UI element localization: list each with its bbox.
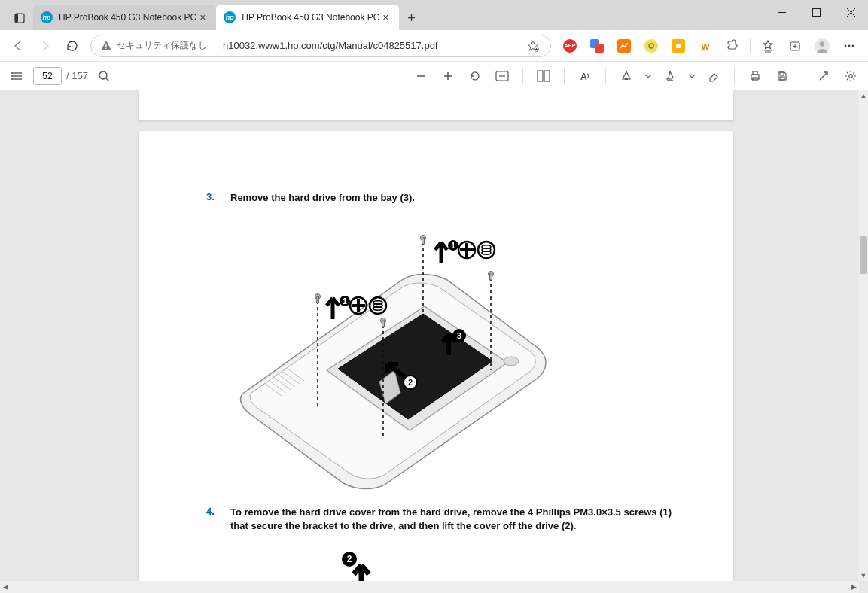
save-button[interactable] [771,65,793,87]
toolbar-separator [564,68,565,84]
highlight-button[interactable] [659,65,681,87]
scroll-left-button[interactable]: ◀ [0,581,11,593]
pdf-viewport[interactable]: 3. Remove the hard drive from the bay (3… [0,90,859,581]
chart-extension[interactable] [613,35,635,57]
svg-point-19 [820,41,825,47]
svg-text:A: A [580,71,587,82]
tab-strip: hp HP ProBook 450 G3 Notebook PC × hp HP… [0,0,764,30]
svg-point-21 [848,44,851,47]
favorites-button[interactable] [757,35,779,57]
zoom-in-button[interactable] [437,65,459,87]
draw-button[interactable] [615,65,638,87]
svg-point-28 [11,78,13,80]
vertical-scroll-thumb[interactable] [860,236,867,274]
svg-rect-3 [812,8,820,16]
highlight-icon [664,70,676,82]
translate-extension[interactable] [586,35,608,57]
step-3: 3. Remove the hard drive from the bay (3… [206,191,681,205]
svg-text:2: 2 [408,378,413,387]
minimize-icon [778,8,786,17]
svg-rect-7 [105,47,106,48]
svg-rect-36 [538,71,543,81]
tab-1-close-button[interactable]: × [196,11,209,23]
security-indicator[interactable]: セキュリティ保護なし [100,39,207,52]
save-icon [776,70,788,82]
draw-menu-button[interactable] [642,65,654,87]
svg-text:1: 1 [451,242,455,250]
extensions-row: ABP w [556,35,863,57]
adblock-extension[interactable]: ABP [559,35,581,57]
page-number-input[interactable] [33,67,62,85]
app-menu-button[interactable] [838,35,860,57]
step-4-number: 4. [206,506,217,533]
maximize-button[interactable] [799,0,833,24]
print-button[interactable] [744,65,766,87]
collections-button[interactable] [784,35,806,57]
refresh-button[interactable] [59,32,86,59]
tab-1-title: HP ProBook 450 G3 Notebook PC [59,12,196,23]
vertical-scrollbar[interactable]: ▲ ▼ [859,90,868,581]
separator [750,38,751,54]
tab-1[interactable]: hp HP ProBook 450 G3 Notebook PC × [33,5,216,30]
tab-actions-button[interactable] [6,6,33,30]
figure-hard-drive-cover: 2 [297,549,681,581]
minimize-button[interactable] [764,0,799,24]
title-bar: hp HP ProBook 450 G3 Notebook PC × hp HP… [0,0,868,30]
contents-button[interactable] [6,65,29,87]
new-tab-button[interactable]: + [399,6,423,30]
page-view-button[interactable] [532,65,555,87]
star-add-icon [527,40,539,52]
gear-icon [845,70,857,82]
svg-text:3: 3 [457,331,461,340]
translate-icon [590,39,604,53]
rotate-icon [469,70,481,82]
fit-page-button[interactable] [491,65,513,87]
w-extension[interactable]: w [694,35,717,57]
hp-favicon-icon: hp [41,11,53,23]
tab-2[interactable]: hp HP ProBook 450 G3 Notebook PC × [216,5,399,30]
w-icon: w [699,39,712,53]
tab-actions-icon [14,13,25,23]
step-4: 4. To remove the hard drive cover from t… [206,506,681,533]
svg-line-30 [106,78,109,81]
read-aloud-button[interactable]: A [574,65,596,87]
zoom-out-button[interactable] [410,65,432,87]
fit-page-icon [495,71,509,81]
avatar-icon [814,38,830,54]
back-button[interactable] [5,32,32,59]
fullscreen-button[interactable] [812,65,835,87]
forward-button [32,32,59,59]
page-view-icon [537,70,550,82]
tab-2-close-button[interactable]: × [379,11,391,23]
round-extension[interactable] [640,35,662,57]
svg-point-27 [11,75,13,77]
scroll-up-button[interactable]: ▲ [859,90,868,101]
profile-button[interactable] [811,35,833,57]
rotate-button[interactable] [464,65,486,87]
svg-point-29 [99,71,107,79]
hp-favicon-icon: hp [224,11,236,23]
contents-icon [11,69,24,83]
plus-icon [442,70,454,82]
scroll-right-button[interactable]: ▶ [848,581,859,593]
horizontal-scrollbar[interactable]: ◀ ▶ [0,581,859,593]
add-favorite-button[interactable] [525,38,541,54]
settings-button[interactable] [839,65,862,87]
svg-text:2: 2 [347,554,352,564]
note-extension[interactable] [667,35,690,57]
puzzle-icon [726,39,739,53]
extensions-menu-button[interactable] [721,35,744,57]
svg-point-74 [482,251,491,254]
erase-button[interactable] [702,65,725,87]
window-controls [764,0,868,30]
scroll-down-button[interactable]: ▼ [859,570,868,581]
find-button[interactable] [93,65,115,87]
omnibox[interactable]: セキュリティ保護なし h10032.www1.hp.com/ctg/Manual… [90,35,551,57]
more-icon [842,39,856,53]
search-icon [98,70,110,82]
close-window-button[interactable] [833,0,868,24]
highlight-menu-button[interactable] [686,65,698,87]
svg-rect-61 [382,321,385,327]
toolbar-separator [522,68,523,84]
step-3-text: Remove the hard drive from the bay (3). [230,191,415,205]
